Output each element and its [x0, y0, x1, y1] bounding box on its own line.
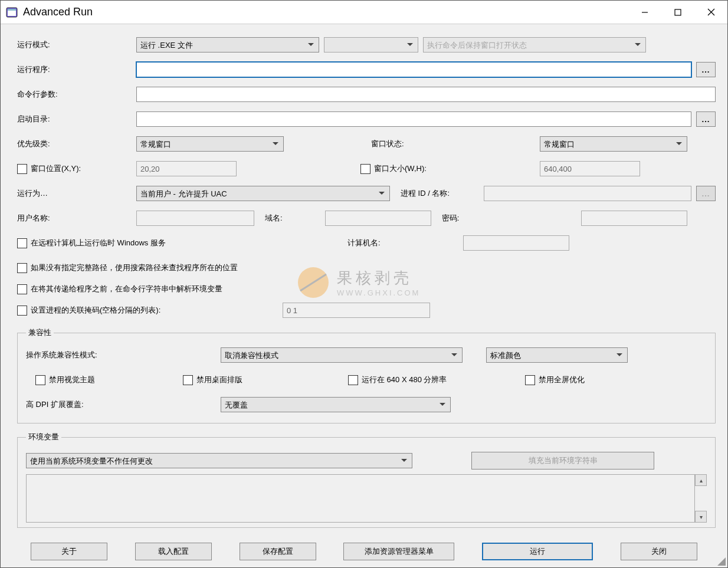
minimize-button[interactable] — [628, 1, 661, 24]
sub-mode-select — [324, 37, 418, 52]
win-state-label: 窗口状态: — [360, 139, 411, 149]
run-640-checkbox[interactable]: 运行在 640 X 480 分辨率 — [348, 375, 525, 385]
username-label: 用户名称: — [17, 213, 136, 224]
priority-label: 优先级类: — [17, 139, 136, 149]
affinity-input — [283, 303, 430, 318]
run-program-label: 运行程序: — [17, 64, 136, 75]
proc-id-input — [484, 186, 691, 201]
win-pos-input — [136, 161, 237, 176]
resize-grip-icon[interactable] — [717, 557, 726, 566]
disable-desktop-checkbox[interactable]: 禁用桌面排版 — [183, 375, 348, 385]
win-size-checkbox[interactable]: 窗口大小(W,H): — [360, 163, 427, 174]
load-config-button[interactable]: 载入配置 — [135, 543, 212, 560]
priority-select[interactable]: 常规窗口 — [136, 136, 284, 152]
app-icon — [5, 6, 18, 19]
win-state-select[interactable]: 常规窗口 — [540, 136, 687, 152]
color-select[interactable]: 标准颜色 — [486, 347, 628, 363]
scroll-down-icon[interactable]: ▾ — [695, 511, 707, 523]
run-mode-label: 运行模式: — [17, 40, 136, 50]
run-mode-select[interactable]: 运行 .EXE 文件 — [136, 37, 319, 52]
start-dir-input[interactable] — [136, 111, 691, 127]
browse-dir-button[interactable]: ... — [696, 111, 716, 127]
password-label: 密码: — [431, 213, 467, 224]
computer-name-label: 计算机名: — [347, 238, 381, 248]
run-button[interactable]: 运行 — [482, 543, 593, 560]
env-group: 环境变量 使用当前系统环境变量不作任何更改 填充当前环境字符串 ▴ ▾ — [17, 432, 716, 528]
disable-fullscreen-checkbox[interactable]: 禁用全屏优化 — [525, 375, 585, 385]
win-pos-label: 窗口位置(X,Y): — [31, 163, 81, 174]
proc-id-label: 进程 ID / 名称: — [390, 188, 457, 199]
svg-rect-1 — [8, 11, 16, 16]
fill-env-button: 填充当前环境字符串 — [471, 452, 654, 469]
disable-theme-checkbox[interactable]: 禁用视觉主题 — [35, 375, 183, 385]
close-dialog-button[interactable]: 关闭 — [621, 543, 697, 560]
cmd-params-input[interactable] — [136, 87, 716, 102]
keep-open-select: 执行命令后保持窗口打开状态 — [423, 37, 646, 52]
os-compat-select[interactable]: 取消兼容性模式 — [221, 347, 463, 363]
domain-label: 域名: — [254, 213, 290, 224]
maximize-button[interactable] — [661, 1, 694, 24]
titlebar: Advanced Run — [1, 1, 727, 24]
scroll-up-icon[interactable]: ▴ — [695, 474, 707, 486]
window-controls — [628, 1, 727, 24]
about-button[interactable]: 关于 — [31, 543, 107, 560]
win-size-label: 窗口大小(W,H): — [374, 163, 427, 174]
svg-rect-2 — [8, 9, 16, 11]
parse-env-checkbox[interactable]: 在将其传递给程序之前，在命令行字符串中解析环境变量 — [17, 284, 222, 294]
run-as-label: 运行为… — [17, 188, 136, 199]
high-dpi-label: 高 DPI 扩展覆盖: — [26, 399, 221, 410]
affinity-checkbox[interactable]: 设置进程的关联掩码(空格分隔的列表): — [17, 305, 283, 316]
win-pos-checkbox[interactable]: 窗口位置(X,Y): — [17, 163, 136, 174]
os-compat-label: 操作系统兼容性模式: — [26, 350, 221, 360]
start-dir-label: 启动目录: — [17, 114, 136, 124]
high-dpi-select[interactable]: 无覆盖 — [221, 397, 451, 412]
close-button[interactable] — [694, 1, 727, 24]
run-as-select[interactable]: 当前用户 - 允许提升 UAC — [136, 186, 390, 201]
win-size-input — [540, 161, 640, 176]
content-area: 运行模式: 运行 .EXE 文件 执行命令后保持窗口打开状态 运行程序: ...… — [1, 24, 727, 567]
browse-program-button[interactable]: ... — [696, 62, 716, 77]
run-program-input[interactable] — [136, 62, 691, 77]
search-path-checkbox[interactable]: 如果没有指定完整路径，使用搜索路径来查找程序所在的位置 — [17, 262, 238, 273]
cmd-params-label: 命令行参数: — [17, 89, 136, 100]
footer-buttons: 关于 载入配置 保存配置 添加资源管理器菜单 运行 关闭 — [1, 543, 727, 560]
window-title: Advanced Run — [23, 6, 93, 18]
computer-name-input — [463, 235, 569, 251]
browse-proc-button: ... — [696, 186, 716, 201]
compat-legend: 兼容性 — [26, 327, 54, 338]
svg-rect-4 — [675, 9, 681, 15]
remote-service-checkbox[interactable]: 在远程计算机上运行临时 Windows 服务 — [17, 238, 347, 248]
domain-input — [325, 211, 431, 226]
env-legend: 环境变量 — [26, 432, 61, 442]
env-textarea — [26, 474, 695, 523]
compat-group: 兼容性 操作系统兼容性模式: 取消兼容性模式 标准颜色 禁用视觉主题 禁用桌面排… — [17, 327, 716, 423]
password-input — [581, 211, 687, 226]
env-mode-select[interactable]: 使用当前系统环境变量不作任何更改 — [26, 453, 412, 468]
explorer-menu-button[interactable]: 添加资源管理器菜单 — [343, 543, 454, 560]
save-config-button[interactable]: 保存配置 — [240, 543, 316, 560]
username-input — [136, 211, 254, 226]
